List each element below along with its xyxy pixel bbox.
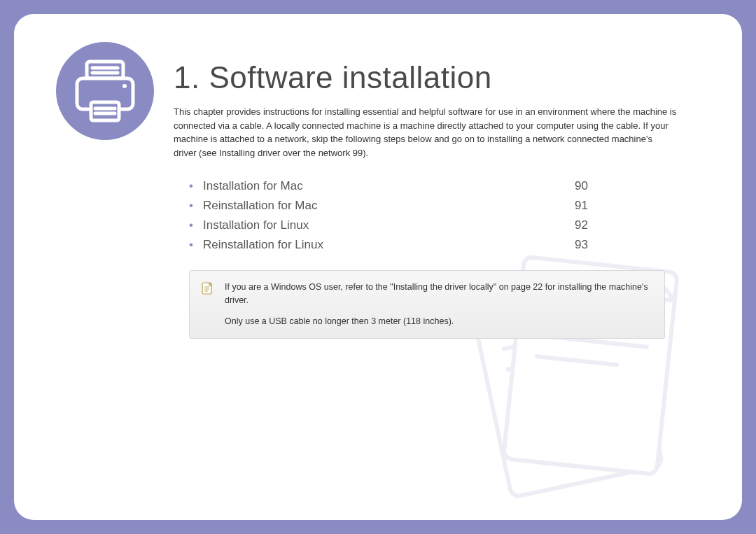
toc-label: Installation for Linux [203,218,309,232]
chapter-number: 1. [174,60,200,94]
toc-page: 90 [575,179,588,193]
svg-rect-11 [87,62,123,78]
printer-icon [56,42,154,140]
toc-label: Reinstallation for Mac [203,199,317,213]
bullet-icon: • [189,218,193,232]
bullet-icon: • [189,179,193,193]
note-line-1: If you are a Windows OS user, refer to t… [225,281,653,308]
note-icon [201,282,214,295]
toc-item[interactable]: • Installation for Linux 92 [189,218,588,232]
toc-page: 92 [575,218,588,232]
toc-page: 93 [575,238,588,252]
manual-page: 1. Software installation This chapter pr… [14,14,742,520]
toc-page: 91 [575,199,588,213]
note-box: If you are a Windows OS user, refer to t… [189,270,665,339]
bullet-icon: • [189,238,193,252]
chapter-name: Software installation [209,60,491,94]
svg-line-4 [510,374,586,391]
toc-label: Installation for Mac [203,179,303,193]
toc-item[interactable]: • Installation for Mac 90 [189,179,588,193]
svg-point-15 [122,84,127,88]
table-of-contents: • Installation for Mac 90 • Reinstallati… [189,179,588,252]
toc-label: Reinstallation for Linux [203,238,323,252]
chapter-intro: This chapter provides instructions for i… [174,105,678,160]
chapter-title: 1. Software installation [174,60,700,95]
toc-item[interactable]: • Reinstallation for Linux 93 [189,238,588,252]
note-line-2: Only use a USB cable no longer then 3 me… [225,315,653,328]
bullet-icon: • [189,199,193,213]
svg-rect-16 [91,102,119,120]
toc-item[interactable]: • Reinstallation for Mac 91 [189,199,588,213]
